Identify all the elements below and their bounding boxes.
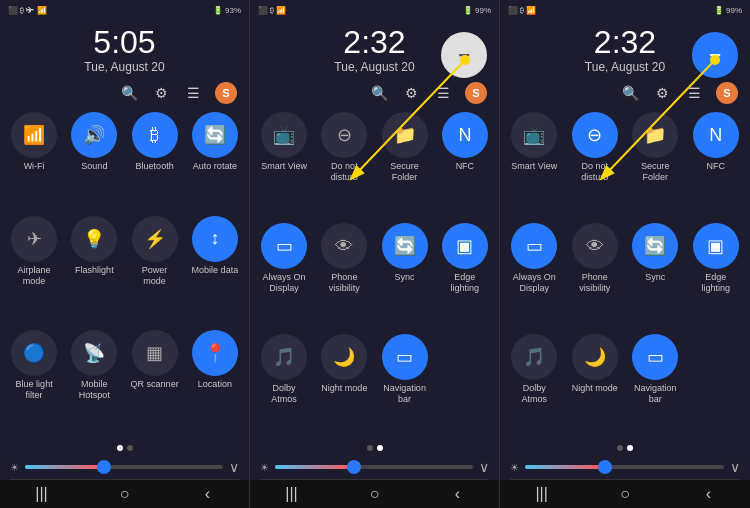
tiles-grid: 📶Wi-Fi🔊Sound₿Bluetooth🔄Auto rotate✈Airpl… bbox=[0, 108, 249, 441]
tile-icon-2[interactable]: ₿ bbox=[132, 112, 178, 158]
tile-icon-10[interactable]: ▦ bbox=[132, 330, 178, 376]
dot-0 bbox=[117, 445, 123, 451]
nav-back-button[interactable]: ‹ bbox=[416, 485, 499, 503]
avatar[interactable]: S bbox=[465, 82, 487, 104]
tile-icon-0[interactable]: 📺 bbox=[511, 112, 557, 158]
brightness-slider[interactable] bbox=[525, 465, 724, 469]
tile-label-2: Secure Folder bbox=[380, 161, 430, 183]
nav-home-button[interactable]: ○ bbox=[583, 485, 666, 503]
tile-icon-0[interactable]: 📺 bbox=[261, 112, 307, 158]
chevron-down-icon[interactable]: ∨ bbox=[229, 459, 239, 475]
brightness-slider[interactable] bbox=[275, 465, 473, 469]
tile-icon-7[interactable]: ▣ bbox=[442, 223, 488, 269]
tile-label-5: Phone visibility bbox=[319, 272, 369, 294]
tile-icon-9[interactable]: 🌙 bbox=[321, 334, 367, 380]
tile-label-7: Mobile data bbox=[192, 265, 239, 276]
settings-icon[interactable]: ⚙ bbox=[652, 83, 672, 103]
tile-icon-9[interactable]: 📡 bbox=[71, 330, 117, 376]
tile-phone-visibility: 👁Phone visibility bbox=[318, 223, 370, 326]
nav-recent-button[interactable]: ||| bbox=[500, 485, 583, 503]
tile-label-7: Edge lighting bbox=[440, 272, 490, 294]
status-bar: ⬛ ₿ 📶 🔋 99% bbox=[500, 0, 750, 20]
tile-icon-5[interactable]: 👁 bbox=[572, 223, 618, 269]
status-bar: ⬛ ₿ ✈ 📶 🔋 93% bbox=[0, 0, 249, 20]
tile-icon-10[interactable]: ▭ bbox=[382, 334, 428, 380]
tile-label-8: Dolby Atmos bbox=[259, 383, 309, 405]
tile-night-mode: 🌙Night mode bbox=[318, 334, 370, 437]
tile-icon-4[interactable]: ▭ bbox=[261, 223, 307, 269]
dot-0 bbox=[617, 445, 623, 451]
tile-label-6: Sync bbox=[395, 272, 415, 283]
nav-back-button[interactable]: ‹ bbox=[667, 485, 750, 503]
clock-time: 2:32 bbox=[250, 26, 499, 58]
avatar[interactable]: S bbox=[215, 82, 237, 104]
tile-icon-4[interactable]: ✈ bbox=[11, 216, 57, 262]
status-right: 🔋 93% bbox=[213, 6, 241, 15]
tile-phone-visibility: 👁Phone visibility bbox=[569, 223, 622, 326]
tile-icon-1[interactable]: ⊖ bbox=[321, 112, 367, 158]
slider-thumb[interactable] bbox=[97, 460, 111, 474]
tile-location: 📍Location bbox=[189, 330, 241, 437]
tile-icon-2[interactable]: 📁 bbox=[382, 112, 428, 158]
tile-smart-view: 📺Smart View bbox=[258, 112, 310, 215]
tile-icon-1[interactable]: ⊖ bbox=[572, 112, 618, 158]
tile-label-3: Auto rotate bbox=[193, 161, 237, 172]
tile-icon-4[interactable]: ▭ bbox=[511, 223, 557, 269]
tile-icon-3[interactable]: 🔄 bbox=[192, 112, 238, 158]
tile-icon-7[interactable]: ▣ bbox=[693, 223, 739, 269]
search-icon[interactable]: 🔍 bbox=[369, 83, 389, 103]
tile-icon-3[interactable]: N bbox=[442, 112, 488, 158]
brightness-slider[interactable] bbox=[25, 465, 223, 469]
tile-icon-11[interactable]: 📍 bbox=[192, 330, 238, 376]
tile-icon-5[interactable]: 👁 bbox=[321, 223, 367, 269]
search-icon[interactable]: 🔍 bbox=[119, 83, 139, 103]
nav-home-button[interactable]: ○ bbox=[333, 485, 416, 503]
settings-icon[interactable]: ⚙ bbox=[401, 83, 421, 103]
bottom-nav-bar: ||| ○ ‹ bbox=[0, 480, 249, 508]
nav-recent-button[interactable]: ||| bbox=[0, 485, 83, 503]
tile-icon-8[interactable]: 🎵 bbox=[261, 334, 307, 380]
avatar[interactable]: S bbox=[716, 82, 738, 104]
tile-night-mode: 🌙Night mode bbox=[569, 334, 622, 437]
tile-icon-7[interactable]: ↕ bbox=[192, 216, 238, 262]
tile-icon-8[interactable]: 🎵 bbox=[511, 334, 557, 380]
tile-icon-1[interactable]: 🔊 bbox=[71, 112, 117, 158]
status-left: ⬛ ₿ 📶 bbox=[258, 6, 286, 15]
tile-icon-9[interactable]: 🌙 bbox=[572, 334, 618, 380]
status-right: 🔋 99% bbox=[714, 6, 742, 15]
tile-label-4: Always On Display bbox=[509, 272, 559, 294]
nav-back-button[interactable]: ‹ bbox=[166, 485, 249, 503]
slider-thumb[interactable] bbox=[347, 460, 361, 474]
tile-icon-8[interactable]: 🔵 bbox=[11, 330, 57, 376]
chevron-down-icon[interactable]: ∨ bbox=[730, 459, 740, 475]
slider-thumb[interactable] bbox=[598, 460, 612, 474]
tile-smart-view: 📺Smart View bbox=[508, 112, 561, 215]
menu-icon[interactable]: ☰ bbox=[433, 83, 453, 103]
tile-icon-6[interactable]: 🔄 bbox=[632, 223, 678, 269]
phone-panel-3: ⬛ ₿ 📶 🔋 99% 2:32 Tue, August 20 🔍 ⚙ ☰ S … bbox=[500, 0, 750, 508]
tile-always-on-display: ▭Always On Display bbox=[508, 223, 561, 326]
brightness-row: ☀ ∨ bbox=[0, 455, 249, 479]
nav-recent-button[interactable]: ||| bbox=[250, 485, 333, 503]
tile-icon-6[interactable]: ⚡ bbox=[132, 216, 178, 262]
brightness-low-icon: ☀ bbox=[260, 462, 269, 473]
tile-icon-3[interactable]: N bbox=[693, 112, 739, 158]
tile-label-1: Do not disturb bbox=[319, 161, 369, 183]
pagination-dots bbox=[0, 441, 249, 455]
settings-icon[interactable]: ⚙ bbox=[151, 83, 171, 103]
tile-icon-0[interactable]: 📶 bbox=[11, 112, 57, 158]
tile-icon-5[interactable]: 💡 bbox=[71, 216, 117, 262]
tile-icon-2[interactable]: 📁 bbox=[632, 112, 678, 158]
tile-label-4: Always On Display bbox=[259, 272, 309, 294]
search-icon[interactable]: 🔍 bbox=[620, 83, 640, 103]
menu-icon[interactable]: ☰ bbox=[684, 83, 704, 103]
tile-dolby-atmos: 🎵Dolby Atmos bbox=[508, 334, 561, 437]
tile-icon-10[interactable]: ▭ bbox=[632, 334, 678, 380]
status-left: ⬛ ₿ ✈ 📶 bbox=[8, 6, 47, 15]
nav-home-button[interactable]: ○ bbox=[83, 485, 166, 503]
tile-secure-folder: 📁Secure Folder bbox=[379, 112, 431, 215]
pagination-dots bbox=[500, 441, 750, 455]
menu-icon[interactable]: ☰ bbox=[183, 83, 203, 103]
chevron-down-icon[interactable]: ∨ bbox=[479, 459, 489, 475]
tile-icon-6[interactable]: 🔄 bbox=[382, 223, 428, 269]
